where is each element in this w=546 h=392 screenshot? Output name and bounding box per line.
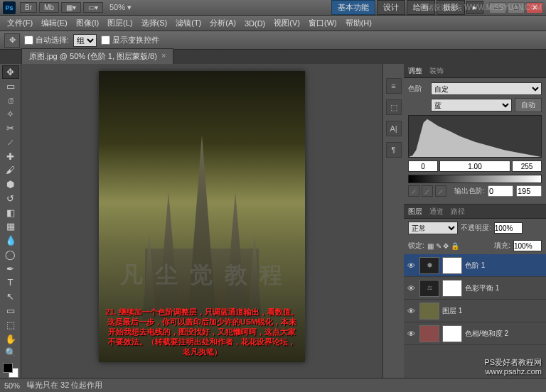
menu-edit[interactable]: 编辑(E) <box>37 16 72 31</box>
layer-mask[interactable] <box>442 325 462 342</box>
bridge-button[interactable]: Br <box>20 2 37 13</box>
heal-tool[interactable]: ✚ <box>2 150 19 163</box>
menu-file[interactable]: 文件(F) <box>3 16 37 31</box>
move-tool[interactable]: ✥ <box>2 65 19 79</box>
menu-filter[interactable]: 滤镜(T) <box>171 16 205 31</box>
autoselect-target[interactable]: 组 <box>73 34 97 47</box>
layer-thumb[interactable] <box>419 303 439 320</box>
paths-tab[interactable]: 路径 <box>451 207 465 217</box>
menu-view[interactable]: 视图(V) <box>269 16 304 31</box>
path-tool[interactable]: ↖ <box>2 290 19 303</box>
document-tab[interactable]: 原图.jpg @ 50% (色阶 1, 图层蒙版/8) × <box>21 48 173 64</box>
move-tool-icon[interactable]: ✥ <box>4 33 20 48</box>
input-white[interactable] <box>512 160 542 172</box>
history-icon[interactable]: ≡ <box>386 78 402 94</box>
history-brush-tool[interactable]: ↺ <box>2 192 19 205</box>
output-white[interactable] <box>516 185 542 197</box>
adjustments-tab[interactable]: 调整 <box>408 66 422 76</box>
3d-tool[interactable]: ⬚ <box>2 318 19 332</box>
layers-tab[interactable]: 图层 <box>408 207 422 217</box>
marquee-tool[interactable]: ▭ <box>2 80 19 93</box>
document-image: 凡 尘 觉 教 程 21. 继续加一个色阶调整层，只调蓝通道输出，看数值。 这是… <box>99 71 305 362</box>
status-zoom[interactable]: 50% <box>4 381 20 390</box>
zoom-tool[interactable]: 🔍 <box>2 346 19 359</box>
eyedrop-black-icon[interactable]: ⟋ <box>408 185 419 197</box>
autoselect-checkbox[interactable]: 自动选择: <box>24 35 69 45</box>
visibility-icon[interactable]: 👁 <box>405 330 417 338</box>
bottom-watermark: PS爱好者教程网 www.psahz.com <box>484 358 542 376</box>
menu-select[interactable]: 选择(S) <box>137 16 172 31</box>
minibridge-button[interactable]: Mb <box>39 2 59 13</box>
wand-tool[interactable]: ✧ <box>2 107 19 121</box>
output-gradient[interactable] <box>408 175 542 183</box>
layer-thumb[interactable]: ⬢ <box>419 257 439 274</box>
layer-thumb[interactable] <box>419 325 439 342</box>
status-info: 曝光只在 32 位起作用 <box>27 380 102 391</box>
layer-thumb[interactable]: ⚖ <box>419 280 439 297</box>
layer-mask[interactable] <box>442 280 462 297</box>
eraser-tool[interactable]: ◧ <box>2 206 19 219</box>
layer-mask[interactable] <box>442 257 462 274</box>
output-black[interactable] <box>488 185 513 197</box>
shape-tool[interactable]: ▭ <box>2 304 19 317</box>
pen-tool[interactable]: ✒ <box>2 262 19 276</box>
menu-layer[interactable]: 图层(L) <box>103 16 136 31</box>
channel-select[interactable]: 蓝 <box>431 99 512 111</box>
color-swatch[interactable] <box>3 363 18 378</box>
view-extras-button[interactable]: ▦▾ <box>61 2 81 13</box>
auto-button[interactable]: 自动 <box>515 98 542 112</box>
layer-row[interactable]: 👁 图层 1 <box>404 300 546 322</box>
layer-row[interactable]: 👁 ⚖ 色彩平衡 1 <box>404 277 546 300</box>
histogram <box>408 115 542 158</box>
tab-title: 原图.jpg @ 50% (色阶 1, 图层蒙版/8) <box>29 51 157 62</box>
opacity-input[interactable] <box>494 222 523 234</box>
input-black[interactable] <box>408 160 438 172</box>
visibility-icon[interactable]: 👁 <box>405 284 417 293</box>
tutorial-text: 21. 继续加一个色阶调整层，只调蓝通道输出，看数值。 这是最后一步，你可以盖印… <box>105 307 299 356</box>
para-icon[interactable]: ¶ <box>386 142 402 158</box>
fill-label: 填充: <box>494 241 510 251</box>
menu-help[interactable]: 帮助(H) <box>341 16 376 31</box>
lasso-tool[interactable]: ⟃ <box>2 94 19 107</box>
lock-label: 锁定: <box>408 241 424 251</box>
masks-tab[interactable]: 装饰 <box>429 66 444 76</box>
layer-name: 色相/饱和度 2 <box>465 329 545 339</box>
visibility-icon[interactable]: 👁 <box>405 261 417 270</box>
eyedrop-white-icon[interactable]: ⟋ <box>435 185 446 197</box>
layer-name: 色阶 1 <box>465 261 545 271</box>
canvas[interactable]: 凡 尘 觉 教 程 21. 继续加一个色阶调整层，只调蓝通道输出，看数值。 这是… <box>21 64 382 378</box>
transform-checkbox[interactable]: 显示变换控件 <box>101 35 159 45</box>
swatches-icon[interactable]: ⬚ <box>386 99 402 115</box>
dodge-tool[interactable]: ◯ <box>2 248 19 261</box>
hand-tool[interactable]: ✋ <box>2 332 19 346</box>
channels-tab[interactable]: 通道 <box>429 207 444 217</box>
menu-analysis[interactable]: 分析(A) <box>205 16 240 31</box>
visibility-icon[interactable]: 👁 <box>405 307 417 315</box>
menu-image[interactable]: 图像(I) <box>72 16 103 31</box>
layer-name: 色彩平衡 1 <box>465 283 545 293</box>
top-watermark: 思绪设计论坛 WWW.MISSYUAN.COM <box>419 3 542 13</box>
eyedropper-tool[interactable]: ⟋ <box>2 136 19 149</box>
levels-label: 色阶 <box>408 84 428 94</box>
char-icon[interactable]: A| <box>386 121 402 136</box>
menu-3d[interactable]: 3D(D) <box>240 17 269 30</box>
workspace-essentials[interactable]: 基本功能 <box>331 0 375 15</box>
eyedrop-gray-icon[interactable]: ⟋ <box>422 185 433 197</box>
screenmode-button[interactable]: ▭▾ <box>83 2 103 13</box>
type-tool[interactable]: T <box>2 276 19 290</box>
workspace-design[interactable]: 设计 <box>377 0 405 15</box>
gradient-tool[interactable]: ▦ <box>2 220 19 234</box>
brush-tool[interactable]: 🖌 <box>2 163 19 177</box>
fill-input[interactable] <box>513 240 542 251</box>
blur-tool[interactable]: 💧 <box>2 234 19 247</box>
menu-window[interactable]: 窗口(W) <box>304 16 341 31</box>
layer-row[interactable]: 👁 ⬢ 色阶 1 <box>404 254 546 277</box>
stamp-tool[interactable]: ⬢ <box>2 178 19 191</box>
crop-tool[interactable]: ✂ <box>2 121 19 135</box>
tab-close-icon[interactable]: × <box>161 51 166 62</box>
preset-select[interactable]: 自定 <box>431 82 542 95</box>
blend-mode[interactable]: 正常 <box>408 222 458 234</box>
layer-row[interactable]: 👁 色相/饱和度 2 <box>404 322 546 345</box>
zoom-level[interactable]: 50% ▾ <box>109 3 132 12</box>
input-mid[interactable] <box>439 160 510 172</box>
